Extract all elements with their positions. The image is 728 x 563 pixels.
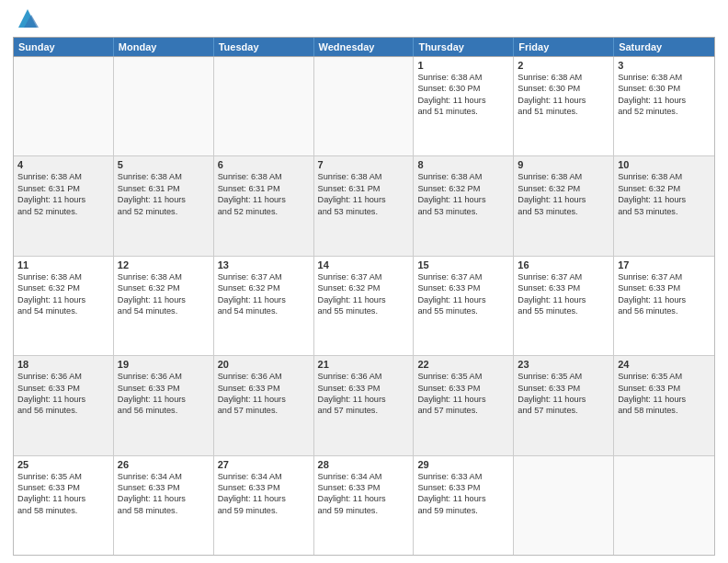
- cell-line: and 52 minutes.: [618, 106, 711, 117]
- day-number: 21: [318, 359, 410, 370]
- cell-line: Sunset: 6:32 PM: [417, 183, 509, 194]
- cell-line: and 52 minutes.: [118, 206, 210, 217]
- weekday-header: Wednesday: [314, 38, 415, 56]
- calendar-cell: 20Sunrise: 6:36 AMSunset: 6:33 PMDayligh…: [214, 356, 314, 454]
- cell-line: and 52 minutes.: [17, 206, 109, 217]
- day-number: 8: [417, 159, 509, 170]
- calendar-cell: 16Sunrise: 6:37 AMSunset: 6:33 PMDayligh…: [514, 257, 614, 355]
- calendar-cell: 23Sunrise: 6:35 AMSunset: 6:33 PMDayligh…: [514, 356, 614, 454]
- cell-line: Sunrise: 6:35 AM: [417, 371, 509, 382]
- cell-line: and 56 minutes.: [118, 405, 210, 416]
- day-number: 4: [17, 159, 109, 170]
- calendar-body: 1Sunrise: 6:38 AMSunset: 6:30 PMDaylight…: [13, 57, 715, 556]
- cell-line: Daylight: 11 hours: [17, 194, 109, 205]
- cell-line: Daylight: 11 hours: [118, 294, 210, 305]
- cell-line: and 57 minutes.: [518, 405, 609, 416]
- cell-line: Daylight: 11 hours: [318, 394, 410, 405]
- cell-line: and 53 minutes.: [518, 206, 609, 217]
- cell-line: Daylight: 11 hours: [218, 493, 310, 504]
- cell-line: Daylight: 11 hours: [417, 294, 509, 305]
- cell-line: Daylight: 11 hours: [518, 294, 609, 305]
- cell-line: Daylight: 11 hours: [318, 493, 410, 504]
- calendar-cell: 26Sunrise: 6:34 AMSunset: 6:33 PMDayligh…: [114, 456, 214, 555]
- cell-line: Sunrise: 6:38 AM: [318, 171, 410, 182]
- cell-line: Sunset: 6:33 PM: [417, 383, 509, 394]
- cell-line: Sunset: 6:32 PM: [17, 282, 109, 293]
- day-number: 2: [518, 60, 609, 71]
- cell-line: Daylight: 11 hours: [518, 194, 609, 205]
- calendar-cell: 2Sunrise: 6:38 AMSunset: 6:30 PMDaylight…: [514, 57, 614, 155]
- cell-line: and 55 minutes.: [518, 305, 609, 316]
- weekday-header: Sunday: [14, 38, 114, 56]
- cell-line: Sunset: 6:30 PM: [618, 83, 711, 94]
- cell-line: Sunset: 6:31 PM: [318, 183, 410, 194]
- calendar-cell: 25Sunrise: 6:35 AMSunset: 6:33 PMDayligh…: [14, 456, 114, 555]
- cell-line: Daylight: 11 hours: [417, 394, 509, 405]
- calendar-cell: 4Sunrise: 6:38 AMSunset: 6:31 PMDaylight…: [14, 156, 114, 255]
- calendar-cell: 3Sunrise: 6:38 AMSunset: 6:30 PMDaylight…: [614, 57, 714, 155]
- day-number: 22: [417, 359, 509, 370]
- cell-line: Sunset: 6:33 PM: [118, 383, 210, 394]
- cell-line: Sunset: 6:33 PM: [118, 482, 210, 493]
- calendar-cell: 12Sunrise: 6:38 AMSunset: 6:32 PMDayligh…: [114, 257, 214, 355]
- cell-line: and 55 minutes.: [417, 305, 509, 316]
- cell-line: Sunrise: 6:37 AM: [417, 271, 509, 282]
- cell-line: Sunset: 6:33 PM: [17, 482, 109, 493]
- day-number: 24: [618, 359, 711, 370]
- cell-line: and 55 minutes.: [318, 305, 410, 316]
- calendar-cell: 8Sunrise: 6:38 AMSunset: 6:32 PMDaylight…: [414, 156, 514, 255]
- calendar-cell: [314, 57, 415, 155]
- cell-line: Sunrise: 6:36 AM: [218, 371, 310, 382]
- weekday-header: Thursday: [414, 38, 514, 56]
- calendar-cell: 14Sunrise: 6:37 AMSunset: 6:32 PMDayligh…: [314, 257, 415, 355]
- cell-line: Daylight: 11 hours: [218, 294, 310, 305]
- cell-line: Sunset: 6:33 PM: [518, 383, 609, 394]
- calendar-cell: [514, 456, 614, 555]
- day-number: 25: [17, 459, 109, 470]
- cell-line: and 52 minutes.: [218, 206, 310, 217]
- day-number: 14: [318, 259, 410, 270]
- cell-line: Sunset: 6:32 PM: [318, 282, 410, 293]
- cell-line: Sunset: 6:33 PM: [618, 383, 711, 394]
- cell-line: Sunrise: 6:38 AM: [218, 171, 310, 182]
- cell-line: Sunrise: 6:38 AM: [118, 171, 210, 182]
- cell-line: Daylight: 11 hours: [417, 194, 509, 205]
- day-number: 20: [218, 359, 310, 370]
- day-number: 29: [417, 459, 509, 470]
- calendar-cell: [14, 57, 114, 155]
- cell-line: Sunset: 6:31 PM: [218, 183, 310, 194]
- cell-line: and 58 minutes.: [118, 505, 210, 516]
- cell-line: Sunset: 6:33 PM: [318, 383, 410, 394]
- cell-line: Sunset: 6:32 PM: [118, 282, 210, 293]
- cell-line: Sunrise: 6:36 AM: [17, 371, 109, 382]
- logo: [13, 9, 40, 31]
- cell-line: Sunrise: 6:38 AM: [118, 271, 210, 282]
- cell-line: Sunrise: 6:34 AM: [318, 471, 410, 482]
- calendar-row: 18Sunrise: 6:36 AMSunset: 6:33 PMDayligh…: [14, 356, 714, 455]
- cell-line: Sunset: 6:33 PM: [618, 282, 711, 293]
- day-number: 12: [118, 259, 210, 270]
- cell-line: Sunrise: 6:34 AM: [118, 471, 210, 482]
- calendar-cell: 6Sunrise: 6:38 AMSunset: 6:31 PMDaylight…: [214, 156, 314, 255]
- cell-line: Daylight: 11 hours: [118, 194, 210, 205]
- cell-line: Sunrise: 6:37 AM: [518, 271, 609, 282]
- cell-line: Daylight: 11 hours: [318, 294, 410, 305]
- cell-line: and 54 minutes.: [218, 305, 310, 316]
- cell-line: and 51 minutes.: [518, 106, 609, 117]
- calendar-cell: 22Sunrise: 6:35 AMSunset: 6:33 PMDayligh…: [414, 356, 514, 454]
- cell-line: and 59 minutes.: [218, 505, 310, 516]
- day-number: 26: [118, 459, 210, 470]
- weekday-header: Saturday: [614, 38, 714, 56]
- cell-line: Sunrise: 6:36 AM: [118, 371, 210, 382]
- cell-line: Daylight: 11 hours: [318, 194, 410, 205]
- cell-line: Sunrise: 6:35 AM: [17, 471, 109, 482]
- cell-line: and 57 minutes.: [218, 405, 310, 416]
- cell-line: and 54 minutes.: [118, 305, 210, 316]
- cell-line: Sunset: 6:32 PM: [618, 183, 711, 194]
- logo-icon: [15, 6, 40, 31]
- calendar-header: SundayMondayTuesdayWednesdayThursdayFrid…: [13, 37, 715, 57]
- cell-line: Sunset: 6:32 PM: [218, 282, 310, 293]
- cell-line: Daylight: 11 hours: [618, 394, 711, 405]
- calendar-cell: 19Sunrise: 6:36 AMSunset: 6:33 PMDayligh…: [114, 356, 214, 454]
- cell-line: Sunrise: 6:38 AM: [618, 72, 711, 83]
